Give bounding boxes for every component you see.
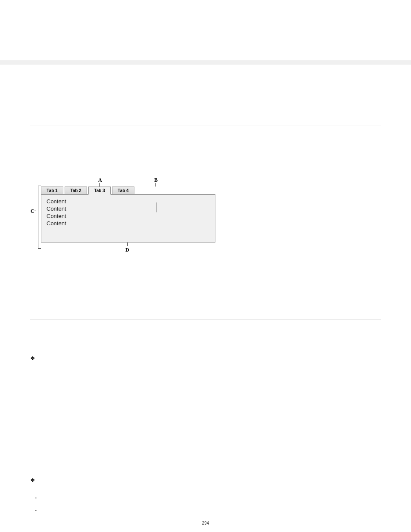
diamond-bullet-icon: ❖ xyxy=(30,355,35,361)
bracket-c xyxy=(38,186,41,249)
marker-c-dash xyxy=(34,211,36,211)
tab-1[interactable]: Tab 1 xyxy=(41,187,63,195)
tabbed-panel-figure: A B C Tab 1 Tab 2 Tab 3 Tab 4 Content Co… xyxy=(30,177,381,255)
content-line: Content xyxy=(47,198,210,205)
tab-row: Tab 1 Tab 2 Tab 3 Tab 4 xyxy=(41,187,220,195)
tab-2[interactable]: Tab 2 xyxy=(65,187,87,195)
page-content: A B C Tab 1 Tab 2 Tab 3 Tab 4 Content Co… xyxy=(0,125,411,512)
dot-bullet-icon: • xyxy=(35,496,381,500)
bullet-item-2: ❖ • • xyxy=(30,476,381,512)
marker-d-label: D xyxy=(125,247,129,253)
bullet-item-1: ❖ xyxy=(30,354,381,362)
dot-bullet-icon: • xyxy=(35,508,381,512)
marker-c-label: C xyxy=(31,208,34,215)
tab-4[interactable]: Tab 4 xyxy=(112,187,134,195)
marker-row-bottom: D xyxy=(41,243,381,255)
bullet-list: ❖ ❖ • • xyxy=(30,354,381,512)
page-number: 294 xyxy=(0,521,411,532)
section-divider xyxy=(30,319,381,320)
content-line: Content xyxy=(47,220,210,227)
sub-bullet-list: • • xyxy=(35,496,381,512)
diamond-bullet-icon: ❖ xyxy=(30,477,35,483)
marker-a-label: A xyxy=(98,177,102,184)
marker-b-inner-pointer xyxy=(156,202,156,212)
marker-row-top: A B xyxy=(34,177,381,187)
tab-content-panel: Content Content Content Content xyxy=(41,194,215,243)
header-divider-bar xyxy=(0,60,411,65)
marker-d-pointer xyxy=(127,243,128,246)
tab-3[interactable]: Tab 3 xyxy=(88,187,111,195)
tabbed-panel-widget: C Tab 1 Tab 2 Tab 3 Tab 4 Content Conten… xyxy=(41,187,220,243)
marker-b-pointer xyxy=(156,183,156,187)
marker-a-pointer xyxy=(100,183,100,187)
content-line: Content xyxy=(47,205,210,213)
section-divider xyxy=(30,125,381,125)
marker-b-label: B xyxy=(154,177,158,184)
content-line: Content xyxy=(47,213,210,220)
